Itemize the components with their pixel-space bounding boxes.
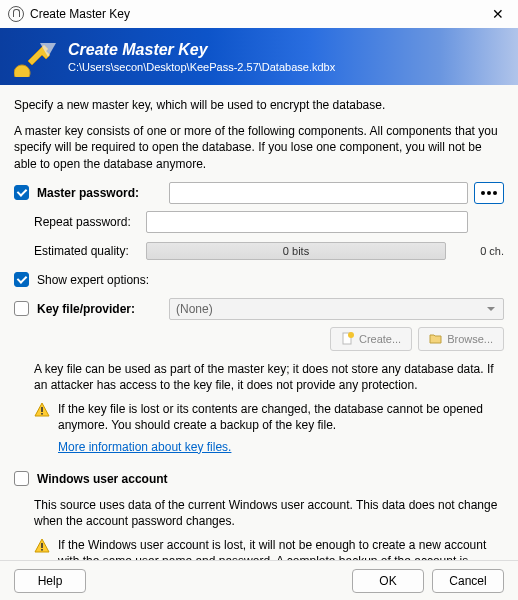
cancel-button[interactable]: Cancel xyxy=(432,569,504,593)
svg-rect-5 xyxy=(41,549,43,551)
banner: Create Master Key C:\Users\secon\Desktop… xyxy=(0,28,518,85)
quality-label: Estimated quality: xyxy=(34,244,146,258)
svg-rect-3 xyxy=(41,413,43,415)
char-count: 0 ch. xyxy=(456,245,504,257)
svg-rect-4 xyxy=(41,543,43,548)
folder-icon xyxy=(429,332,442,345)
create-keyfile-button[interactable]: Create... xyxy=(330,327,412,351)
intro-text-1: Specify a new master key, which will be … xyxy=(14,97,504,113)
new-file-icon xyxy=(341,332,354,345)
title-bar: Create Master Key ✕ xyxy=(0,0,518,28)
browse-keyfile-button[interactable]: Browse... xyxy=(418,327,504,351)
warning-icon xyxy=(34,402,50,418)
master-password-label: Master password: xyxy=(37,186,169,200)
warning-icon xyxy=(34,538,50,554)
window-title: Create Master Key xyxy=(30,7,486,21)
svg-rect-2 xyxy=(41,407,43,412)
wua-checkbox[interactable] xyxy=(14,471,29,486)
banner-title: Create Master Key xyxy=(68,41,335,59)
quality-meter: 0 bits xyxy=(146,242,446,260)
show-expert-checkbox[interactable] xyxy=(14,272,29,287)
show-expert-label: Show expert options: xyxy=(37,273,149,287)
key-icon xyxy=(14,37,60,77)
master-password-input[interactable] xyxy=(169,182,468,204)
intro-text-2: A master key consists of one or more of … xyxy=(14,123,504,172)
keyfile-checkbox[interactable] xyxy=(14,301,29,316)
keyfile-dropdown[interactable]: (None) xyxy=(169,298,504,320)
close-button[interactable]: ✕ xyxy=(486,2,510,26)
reveal-password-button[interactable] xyxy=(474,182,504,204)
help-button[interactable]: Help xyxy=(14,569,86,593)
svg-point-1 xyxy=(348,332,354,338)
lock-icon xyxy=(8,6,24,22)
keyfile-warning: If the key file is lost or its contents … xyxy=(58,401,504,433)
wua-label: Windows user account xyxy=(37,472,168,486)
footer: Help OK Cancel xyxy=(0,560,518,600)
banner-subtitle: C:\Users\secon\Desktop\KeePass-2.57\Data… xyxy=(68,61,335,73)
keyfile-info: A key file can be used as part of the ma… xyxy=(34,361,504,393)
ok-button[interactable]: OK xyxy=(352,569,424,593)
repeat-password-input[interactable] xyxy=(146,211,468,233)
keyfile-label: Key file/provider: xyxy=(37,302,169,316)
keyfile-link[interactable]: More information about key files. xyxy=(58,440,231,454)
repeat-password-label: Repeat password: xyxy=(34,215,146,229)
master-password-checkbox[interactable] xyxy=(14,185,29,200)
wua-info: This source uses data of the current Win… xyxy=(34,497,504,529)
